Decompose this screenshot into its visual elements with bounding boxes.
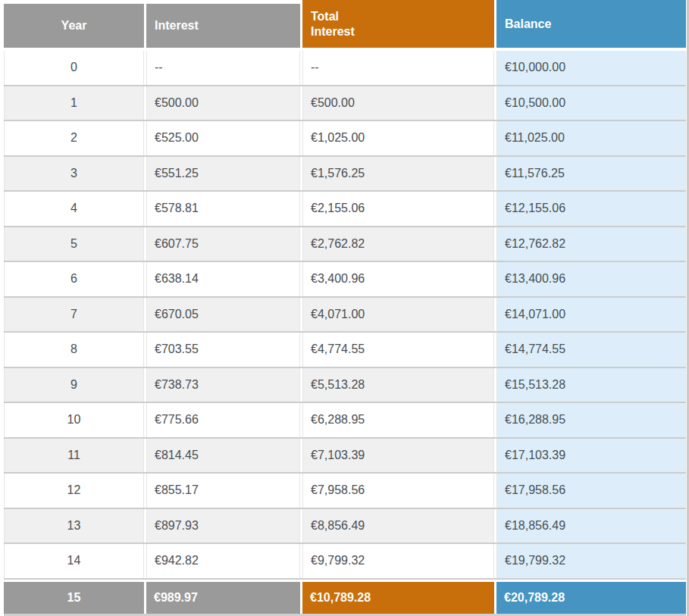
table-row: 11 €814.45 €7,103.39 €17,103.39 (4, 439, 686, 474)
cell-interest: €703.55 (146, 333, 300, 367)
table-row: 6 €638.14 €3,400.96 €13,400.96 (4, 262, 686, 298)
table-row: 3 €551.25 €1,576.25 €11,576.25 (4, 157, 686, 192)
table-row: 0 -- -- €10,000.00 (4, 51, 686, 86)
cell-total-interest: €4,774.55 (302, 333, 494, 367)
cell-year: 9 (4, 368, 144, 402)
cell-interest: €638.14 (146, 262, 300, 296)
table-row: 13 €897.93 €8,856.49 €18,856.49 (4, 509, 686, 545)
cell-total-interest: €2,155.06 (302, 192, 494, 226)
table-row: 9 €738.73 €5,513.28 €15,513.28 (4, 368, 686, 404)
cell-balance: €16,288.95 (496, 403, 686, 437)
header-cell-year: Year (4, 4, 144, 48)
cell-year: 7 (4, 298, 144, 332)
cell-balance: €17,103.39 (496, 439, 686, 473)
table-row: 4 €578.81 €2,155.06 €12,155.06 (4, 192, 686, 227)
cell-year: 3 (4, 157, 144, 191)
cell-interest: €551.25 (146, 157, 300, 191)
cell-balance: €12,155.06 (496, 192, 686, 226)
cell-interest: €607.75 (146, 227, 300, 261)
table-row: 10 €775.66 €6,288.95 €16,288.95 (4, 403, 686, 439)
cell-balance: €14,071.00 (496, 298, 686, 332)
cell-balance: €10,000.00 (496, 51, 686, 85)
cell-interest: €738.73 (146, 368, 300, 402)
cell-interest: €814.45 (146, 439, 300, 473)
cell-balance: €11,576.25 (496, 157, 686, 191)
cell-balance: €15,513.28 (496, 368, 686, 402)
header-cell-balance: Balance (496, 0, 686, 48)
cell-total-interest: €1,576.25 (302, 157, 494, 191)
cell-total-interest: €500.00 (302, 86, 494, 120)
cell-total-interest: €7,958.56 (302, 474, 494, 508)
compound-interest-table: Year Interest Total Interest Balance 0 -… (4, 0, 686, 616)
cell-year: 13 (4, 509, 144, 543)
total-cell-balance: €20,789.28 (496, 582, 686, 614)
cell-total-interest: €3,400.96 (302, 262, 494, 296)
cell-interest: €897.93 (146, 509, 300, 543)
table-row: 8 €703.55 €4,774.55 €14,774.55 (4, 333, 686, 368)
cell-year: 6 (4, 262, 144, 296)
cell-balance: €13,400.96 (496, 262, 686, 296)
cell-year: 1 (4, 86, 144, 120)
cell-total-interest: €6,288.95 (302, 403, 494, 437)
cell-balance: €14,774.55 (496, 333, 686, 367)
cell-year: 14 (4, 544, 144, 578)
cell-balance: €17,958.56 (496, 474, 686, 508)
cell-balance: €10,500.00 (496, 86, 686, 120)
cell-year: 4 (4, 192, 144, 226)
header-cell-total-interest: Total Interest (302, 0, 494, 48)
cell-interest: €855.17 (146, 474, 300, 508)
table-row: 5 €607.75 €2,762.82 €12,762.82 (4, 227, 686, 263)
cell-total-interest: €9,799.32 (302, 544, 494, 578)
table-row: 14 €942.82 €9,799.32 €19,799.32 (4, 544, 686, 580)
cell-total-interest: €7,103.39 (302, 439, 494, 473)
cell-year: 2 (4, 121, 144, 155)
cell-total-interest: €8,856.49 (302, 509, 494, 543)
cell-total-interest: €4,071.00 (302, 298, 494, 332)
table-row: 12 €855.17 €7,958.56 €17,958.56 (4, 474, 686, 509)
cell-total-interest: -- (302, 51, 494, 85)
cell-interest: €578.81 (146, 192, 300, 226)
cell-interest: €775.66 (146, 403, 300, 437)
cell-year: 12 (4, 474, 144, 508)
header-row: Year Interest Total Interest Balance (4, 0, 686, 48)
total-row: 15 €989.97 €10,789.28 €20,789.28 (4, 582, 686, 616)
table-row: 2 €525.00 €1,025.00 €11,025.00 (4, 121, 686, 157)
cell-interest: €525.00 (146, 121, 300, 155)
cell-year: 8 (4, 333, 144, 367)
header-cell-interest: Interest (146, 4, 300, 48)
cell-interest: €942.82 (146, 544, 300, 578)
cell-year: 11 (4, 439, 144, 473)
table-row: 7 €670.05 €4,071.00 €14,071.00 (4, 298, 686, 333)
cell-total-interest: €1,025.00 (302, 121, 494, 155)
cell-year: 10 (4, 403, 144, 437)
total-cell-interest: €989.97 (146, 582, 300, 614)
cell-interest: -- (146, 51, 300, 85)
total-cell-total-interest: €10,789.28 (302, 582, 494, 614)
table-row: 1 €500.00 €500.00 €10,500.00 (4, 86, 686, 122)
total-cell-year: 15 (4, 582, 144, 614)
cell-total-interest: €2,762.82 (302, 227, 494, 261)
cell-year: 0 (4, 51, 144, 85)
cell-balance: €11,025.00 (496, 121, 686, 155)
cell-interest: €500.00 (146, 86, 300, 120)
cell-balance: €12,762.82 (496, 227, 686, 261)
cell-year: 5 (4, 227, 144, 261)
cell-balance: €18,856.49 (496, 509, 686, 543)
cell-balance: €19,799.32 (496, 544, 686, 578)
cell-total-interest: €5,513.28 (302, 368, 494, 402)
cell-interest: €670.05 (146, 298, 300, 332)
